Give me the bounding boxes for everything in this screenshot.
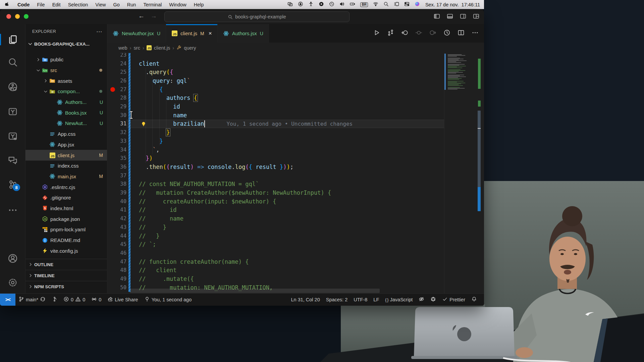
tree-item-compon...[interactable]: compon...	[25, 86, 107, 97]
split-editor-icon[interactable]	[458, 29, 465, 38]
explorer-more-actions-icon[interactable]: ⋯	[96, 28, 102, 35]
stage-manager-icon[interactable]	[394, 1, 399, 8]
status-prettier[interactable]: Prettier	[439, 294, 468, 306]
status-eol[interactable]: LF	[370, 294, 382, 306]
breadcrumb-item-client.js[interactable]: client.js	[154, 45, 170, 51]
code-line-46[interactable]: 46	[107, 249, 444, 257]
tree-item-vite.config.js[interactable]: vite.config.js	[25, 245, 107, 256]
code-line-37[interactable]: 37	[107, 171, 444, 180]
code-line-45[interactable]: 45// `;	[107, 240, 444, 249]
tree-item-pnpm-lock.yaml[interactable]: pnpm-lock.yaml	[25, 224, 107, 235]
activity-source-control-inspect-icon[interactable]	[0, 80, 25, 94]
breakpoint-dot[interactable]	[110, 87, 115, 92]
code-line-30[interactable]: 30 name	[107, 111, 444, 120]
wifi-icon[interactable]	[373, 1, 378, 8]
tree-item-client.js[interactable]: JSclient.jsM	[25, 150, 107, 161]
activity-search-icon[interactable]	[0, 56, 25, 69]
code-line-43[interactable]: 43// }	[107, 223, 444, 232]
menu-item-file[interactable]: File	[33, 2, 48, 7]
code-line-23[interactable]: 23	[107, 53, 444, 59]
menu-item-window[interactable]: Window	[165, 2, 190, 7]
scrollbar-thumb[interactable]	[478, 111, 481, 187]
input-source-icon[interactable]: BR	[360, 2, 368, 7]
status-live-share[interactable]: Live Share	[104, 294, 141, 306]
chevron-down-icon[interactable]	[36, 68, 41, 73]
tree-item-app.css[interactable]: App.css	[25, 129, 107, 139]
menu-item-edit[interactable]: Edit	[49, 2, 64, 7]
panel-npm-scripts[interactable]: NPM SCRIPTS	[25, 281, 107, 292]
status-notifications[interactable]	[468, 294, 480, 306]
activity-explorer-icon[interactable]	[0, 33, 25, 46]
screen-record-icon[interactable]	[319, 1, 324, 8]
tree-item-public[interactable]: public	[25, 54, 107, 65]
minimize-window-button[interactable]	[15, 14, 20, 19]
code-line-25[interactable]: 25 .query({	[107, 68, 444, 76]
tree-item-package.json[interactable]: JSpackage.json	[25, 214, 107, 224]
menu-clock[interactable]: Sex. 17 de nov. 17:46:11	[425, 2, 480, 7]
status-cursor-position[interactable]: Ln 31, Col 20	[288, 294, 323, 306]
screen-lock-icon[interactable]	[298, 1, 303, 8]
command-center-search[interactable]: books-graphql-example	[164, 11, 350, 22]
code-line-47[interactable]: 47// function createAuthor(name) {	[107, 257, 444, 266]
screen-mirroring-icon[interactable]	[287, 1, 293, 8]
tree-item-app.jsx[interactable]: App.jsx	[25, 139, 107, 150]
tree-item-.gitignore[interactable]: .gitignore	[25, 192, 107, 203]
close-window-button[interactable]	[6, 14, 11, 19]
tree-item-.eslintrc.cjs[interactable]: .eslintrc.cjs	[25, 182, 107, 192]
status-commit-graph[interactable]	[49, 294, 60, 306]
battery-icon[interactable]	[350, 1, 355, 8]
code-line-26[interactable]: 26 query: gql`	[107, 76, 444, 85]
code-line-41[interactable]: 41// id	[107, 206, 444, 215]
toggle-panel-icon[interactable]	[447, 13, 453, 21]
code-line-42[interactable]: 42// name	[107, 214, 444, 223]
siri-icon[interactable]	[415, 1, 420, 8]
close-tab-icon[interactable]: ×	[209, 30, 212, 37]
breadcrumb-item-query[interactable]: query	[184, 45, 196, 51]
code-line-28[interactable]: 28 authors {	[107, 94, 444, 103]
tree-item-src[interactable]: </>src	[25, 65, 107, 76]
toggle-sidebar-left-icon[interactable]	[434, 13, 440, 21]
nav-forward-icon[interactable]	[429, 29, 436, 38]
chevron-right-icon[interactable]	[36, 57, 41, 62]
tree-item-main.jsx[interactable]: main.jsxM	[25, 171, 107, 182]
tree-item-index.html[interactable]: 5index.html	[25, 203, 107, 214]
code-line-49[interactable]: 49// .mutate({	[107, 275, 444, 283]
chevron-down-icon[interactable]	[43, 89, 48, 94]
zoom-window-button[interactable]	[24, 14, 29, 19]
code-line-36[interactable]: 36 .then((result) => console.log({ resul…	[107, 163, 444, 171]
status-indentation[interactable]: Spaces: 2	[323, 294, 351, 306]
code-line-34[interactable]: 34 `,	[107, 145, 444, 154]
tab-client.js[interactable]: JSclient.jsM×	[166, 24, 218, 43]
code-line-32[interactable]: 32 }	[107, 128, 444, 137]
more-icon[interactable]	[472, 29, 479, 38]
menu-item-selection[interactable]: Selection	[64, 2, 92, 7]
horizontal-scrollbar[interactable]	[130, 289, 380, 293]
nav-back-icon[interactable]	[401, 29, 408, 38]
panel-outline[interactable]: OUTLINE	[25, 259, 107, 270]
nav-position-icon[interactable]	[415, 29, 422, 38]
menu-item-run[interactable]: Run	[123, 2, 140, 7]
breadcrumb-item-src[interactable]: src	[134, 45, 140, 51]
activity-settings-gear-icon[interactable]	[0, 276, 25, 289]
minimap[interactable]	[444, 53, 478, 294]
code-line-29[interactable]: 29 id	[107, 102, 444, 111]
breadcrumb-item-web[interactable]: web	[118, 45, 127, 51]
code-line-24[interactable]: 24client	[107, 59, 444, 68]
accessibility-icon[interactable]	[308, 1, 314, 8]
menu-item-view[interactable]: View	[92, 2, 109, 7]
tree-item-assets[interactable]: assets	[25, 75, 107, 86]
activity-more-icon[interactable]	[0, 203, 25, 217]
code-line-33[interactable]: 33 }	[107, 137, 444, 145]
menu-item-go[interactable]: Go	[109, 2, 123, 7]
navigate-forward-icon[interactable]: →	[151, 12, 157, 20]
volume-icon[interactable]	[339, 1, 345, 8]
status-remote-indicator[interactable]: ><	[0, 294, 15, 306]
panel-timeline[interactable]: TIMELINE	[25, 270, 107, 281]
compare-changes-icon[interactable]	[387, 29, 394, 38]
status-ports[interactable]: 0	[88, 294, 104, 306]
breadcrumb[interactable]: web›src›JSclient.js›query	[107, 43, 484, 53]
customize-layout-icon[interactable]	[473, 13, 479, 21]
run-icon[interactable]	[373, 29, 380, 38]
code-line-35[interactable]: 35 })	[107, 154, 444, 163]
tree-item-books.jsx[interactable]: Books.jsxU	[25, 107, 107, 118]
